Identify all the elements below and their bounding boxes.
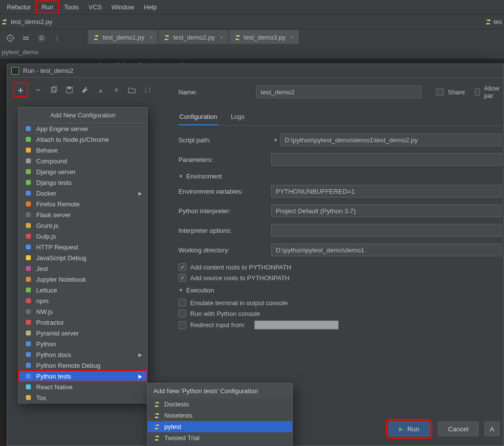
python-tests-unittests[interactable]: Unittests xyxy=(148,444,292,446)
content-roots-checkbox[interactable] xyxy=(178,263,186,271)
python-tests-pytest[interactable]: pytest xyxy=(148,421,292,432)
interp-options-input[interactable] xyxy=(271,224,502,237)
config-type-protractor[interactable]: Protractor xyxy=(19,317,147,328)
config-type-app-engine-server[interactable]: App Engine server xyxy=(19,123,147,134)
python-console-checkbox[interactable] xyxy=(178,310,186,317)
emulate-terminal-label: Emulate terminal in output console xyxy=(190,299,287,307)
config-type-gulp-js[interactable]: Gulp.js xyxy=(19,231,147,242)
allow-checkbox[interactable] xyxy=(475,88,480,96)
remove-config-button[interactable]: − xyxy=(33,85,44,95)
execution-section[interactable]: ▼Execution xyxy=(178,287,502,294)
config-type-javascript-debug[interactable]: JavaScript Debug xyxy=(19,252,147,263)
config-type-behave[interactable]: Behave xyxy=(19,145,147,156)
menu-run[interactable]: Run xyxy=(36,0,59,14)
dialog-titlebar[interactable]: Run - test_demo2 xyxy=(7,64,504,78)
config-type-npm[interactable]: npm xyxy=(19,295,147,306)
close-icon[interactable]: × xyxy=(149,34,153,41)
apply-button[interactable]: A xyxy=(484,422,500,436)
add-config-button[interactable]: ＋ xyxy=(13,83,28,97)
share-checkbox[interactable] xyxy=(436,88,444,96)
svg-rect-24 xyxy=(26,298,31,303)
open-file-name[interactable]: test_demo2.py xyxy=(11,18,52,25)
name-label: Name: xyxy=(178,89,256,96)
config-type-attach-to-node-js-chrome[interactable]: Attach to Node.js/Chrome xyxy=(19,134,147,145)
config-type-http-request[interactable]: HTTP Request xyxy=(19,242,147,252)
config-type-label: App Engine server xyxy=(36,125,88,133)
copy-config-button[interactable] xyxy=(48,85,59,95)
redirect-input-checkbox[interactable] xyxy=(178,321,186,329)
config-type-label: React Native xyxy=(36,383,72,391)
menu-tools[interactable]: Tools xyxy=(59,1,84,13)
sort-icon[interactable] xyxy=(142,85,153,95)
config-type-lettuce[interactable]: Lettuce xyxy=(19,285,147,295)
folder-icon[interactable] xyxy=(127,85,137,95)
dropdown-icon[interactable]: ▼ xyxy=(271,135,280,144)
gear-icon[interactable] xyxy=(37,34,46,43)
wrench-icon[interactable] xyxy=(80,85,90,95)
emulate-terminal-checkbox[interactable] xyxy=(178,299,186,307)
close-icon[interactable]: × xyxy=(290,34,294,41)
script-path-input[interactable] xyxy=(280,134,502,146)
breadcrumb[interactable]: pytest_demo xyxy=(0,45,504,59)
svg-rect-27 xyxy=(26,331,31,335)
config-type-firefox-remote[interactable]: Firefox Remote xyxy=(19,199,147,209)
workdir-input[interactable] xyxy=(271,244,502,256)
pycharm-icon xyxy=(11,67,19,75)
config-type-icon xyxy=(24,351,32,358)
python-tests-twisted-trial[interactable]: Twisted Trial xyxy=(148,432,292,444)
config-type-nw-js[interactable]: NW.js xyxy=(19,306,147,317)
config-type-icon xyxy=(24,297,32,305)
truncated-tab[interactable]: tes xyxy=(494,18,502,25)
editor-tab-test-demo2[interactable]: test_demo2.py × xyxy=(158,30,228,44)
config-type-pyramid-server[interactable]: Pyramid server xyxy=(19,328,147,338)
config-type-flask-server[interactable]: Flask server xyxy=(19,209,147,220)
environment-section[interactable]: ▼Environment xyxy=(178,173,502,180)
config-type-icon xyxy=(24,243,32,251)
svg-rect-9 xyxy=(26,137,31,142)
menu-vcs[interactable]: VCS xyxy=(84,1,107,13)
target-icon[interactable] xyxy=(6,34,15,43)
cancel-button[interactable]: Cancel xyxy=(438,422,479,436)
down-arrow-icon[interactable]: ▼ xyxy=(111,85,122,95)
interpreter-select[interactable] xyxy=(271,204,502,217)
config-type-docker[interactable]: Docker▶ xyxy=(19,188,147,199)
editor-tab-test-demo1[interactable]: test_demo1.py × xyxy=(88,30,157,44)
menu-help[interactable]: Help xyxy=(139,1,162,13)
python-tests-doctests[interactable]: Doctests xyxy=(148,399,292,410)
save-config-button[interactable] xyxy=(64,85,75,95)
svg-point-2 xyxy=(10,37,11,39)
parameters-input[interactable] xyxy=(271,153,502,166)
tab-configuration[interactable]: Configuration xyxy=(178,109,218,125)
config-type-label: Lettuce xyxy=(36,287,57,294)
close-icon[interactable]: × xyxy=(220,34,223,41)
config-type-python[interactable]: Python xyxy=(19,338,147,349)
name-input[interactable] xyxy=(256,86,421,98)
editor-tab-test-demo3[interactable]: test_demo3.py × xyxy=(229,30,299,44)
config-type-grunt-js[interactable]: Grunt.js xyxy=(19,220,147,231)
config-type-icon xyxy=(24,232,32,240)
config-type-tox[interactable]: Tox xyxy=(19,392,147,403)
config-type-react-native[interactable]: React Native xyxy=(19,381,147,392)
config-type-django-tests[interactable]: Django tests xyxy=(19,177,147,188)
menu-refactor[interactable]: Refactor xyxy=(2,1,36,13)
python-tests-nosetests[interactable]: Nosetests xyxy=(148,410,292,421)
config-type-jupyter-notebook[interactable]: Jupyter Notebook xyxy=(19,274,147,285)
menu-window[interactable]: Window xyxy=(107,1,139,13)
svg-rect-20 xyxy=(26,255,31,260)
config-type-python-tests[interactable]: Python tests▶ xyxy=(19,371,147,381)
config-type-compound[interactable]: Compound xyxy=(19,156,147,166)
tab-logs[interactable]: Logs xyxy=(230,109,245,125)
config-type-python-remote-debug[interactable]: Python Remote Debug xyxy=(19,360,147,371)
config-type-label: NW.js xyxy=(36,308,53,315)
config-type-label: Django tests xyxy=(36,179,71,186)
up-arrow-icon[interactable]: ▲ xyxy=(95,85,106,95)
config-type-python-docs[interactable]: Python docs▶ xyxy=(19,349,147,360)
svg-rect-12 xyxy=(26,169,31,174)
source-roots-checkbox[interactable] xyxy=(178,274,186,282)
expand-icon[interactable] xyxy=(22,34,30,43)
python-file-icon xyxy=(1,19,8,25)
config-type-django-server[interactable]: Django server xyxy=(19,166,147,177)
config-type-jest[interactable]: Jest xyxy=(19,263,147,274)
run-button[interactable]: ▶ Run xyxy=(389,422,429,436)
envvars-input[interactable] xyxy=(271,185,502,198)
